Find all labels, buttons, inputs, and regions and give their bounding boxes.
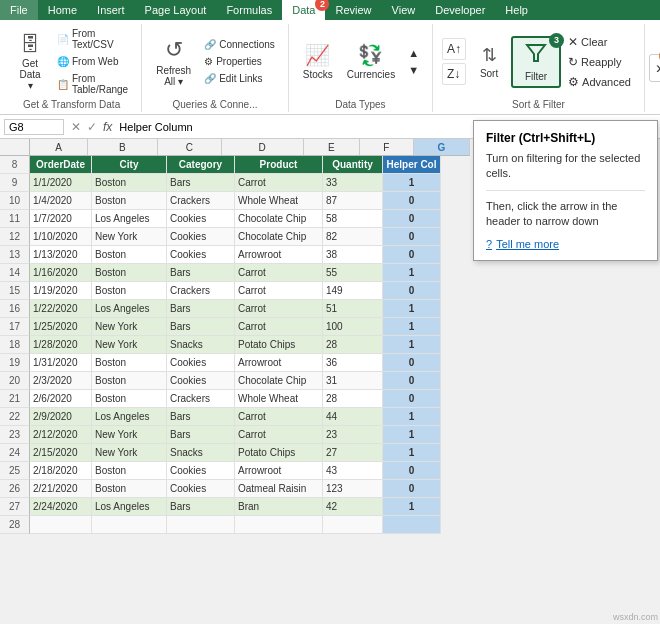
tab-insert[interactable]: Insert xyxy=(87,0,135,20)
data-cell[interactable]: 58 xyxy=(323,210,383,228)
data-cell[interactable] xyxy=(235,516,323,534)
tab-developer[interactable]: Developer xyxy=(425,0,495,20)
data-cell[interactable]: New York xyxy=(92,228,167,246)
data-cell[interactable]: 2/9/2020 xyxy=(30,408,92,426)
tab-review[interactable]: Review xyxy=(325,0,381,20)
data-cell[interactable]: 1/1/2020 xyxy=(30,174,92,192)
data-cell[interactable]: 0 xyxy=(383,246,441,264)
tab-file[interactable]: File xyxy=(0,0,38,20)
data-cell[interactable] xyxy=(167,516,235,534)
scroll-right-button[interactable]: › xyxy=(649,54,660,82)
data-cell[interactable]: Crackers xyxy=(167,282,235,300)
sort-za-button[interactable]: Z↓ xyxy=(442,63,466,85)
sort-az-button[interactable]: A↑ xyxy=(442,38,466,60)
refresh-all-button[interactable]: ↺ RefreshAll ▾ xyxy=(150,33,197,91)
data-cell[interactable]: Crackers xyxy=(167,192,235,210)
data-cell[interactable]: 0 xyxy=(383,354,441,372)
data-cell[interactable]: Boston xyxy=(92,372,167,390)
data-cell[interactable]: 28 xyxy=(323,336,383,354)
data-cell[interactable]: Arrowroot xyxy=(235,354,323,372)
data-cell[interactable]: 2/18/2020 xyxy=(30,462,92,480)
data-cell[interactable]: Cookies xyxy=(167,372,235,390)
data-cell[interactable]: 33 xyxy=(323,174,383,192)
header-cell[interactable]: Product xyxy=(235,156,323,174)
data-cell[interactable]: 38 xyxy=(323,246,383,264)
data-cell[interactable]: Cookies xyxy=(167,246,235,264)
data-cell[interactable]: 1/7/2020 xyxy=(30,210,92,228)
get-data-button[interactable]: 🗄 GetData ▾ xyxy=(10,29,50,95)
data-cell[interactable]: Bars xyxy=(167,408,235,426)
data-cell[interactable]: 1 xyxy=(383,300,441,318)
data-cell[interactable]: 0 xyxy=(383,282,441,300)
data-cell[interactable]: Whole Wheat xyxy=(235,390,323,408)
data-cell[interactable]: 31 xyxy=(323,372,383,390)
data-cell[interactable]: 1/31/2020 xyxy=(30,354,92,372)
data-cell[interactable]: Carrot xyxy=(235,282,323,300)
tab-page-layout[interactable]: Page Layout xyxy=(135,0,217,20)
header-cell[interactable]: City xyxy=(92,156,167,174)
data-cell[interactable]: Bars xyxy=(167,174,235,192)
data-cell[interactable]: Los Angeles xyxy=(92,408,167,426)
data-cell[interactable]: Bran xyxy=(235,498,323,516)
data-cell[interactable]: 1/10/2020 xyxy=(30,228,92,246)
data-cell[interactable]: 149 xyxy=(323,282,383,300)
data-cell[interactable]: Chocolate Chip xyxy=(235,372,323,390)
data-cell[interactable]: 0 xyxy=(383,462,441,480)
data-cell[interactable]: 42 xyxy=(323,498,383,516)
data-cell[interactable]: 1 xyxy=(383,174,441,192)
sort-up-small-button[interactable]: ▲ xyxy=(403,45,424,61)
currencies-button[interactable]: 💱 Currencies xyxy=(341,39,401,84)
data-cell[interactable]: Boston xyxy=(92,246,167,264)
filter-button[interactable]: Filter 3 xyxy=(511,36,561,88)
data-cell[interactable]: 1/19/2020 xyxy=(30,282,92,300)
data-cell[interactable]: 51 xyxy=(323,300,383,318)
data-cell[interactable]: Los Angeles xyxy=(92,300,167,318)
data-cell[interactable]: Carrot xyxy=(235,300,323,318)
data-cell[interactable]: New York xyxy=(92,426,167,444)
data-cell[interactable]: 36 xyxy=(323,354,383,372)
sort-down-small-button[interactable]: ▼ xyxy=(403,62,424,78)
header-cell[interactable]: OrderDate xyxy=(30,156,92,174)
data-cell[interactable]: Oatmeal Raisin xyxy=(235,480,323,498)
data-cell[interactable]: 2/3/2020 xyxy=(30,372,92,390)
data-cell[interactable]: Cookies xyxy=(167,228,235,246)
data-cell[interactable]: Boston xyxy=(92,354,167,372)
data-cell[interactable]: 2/21/2020 xyxy=(30,480,92,498)
data-cell[interactable]: 87 xyxy=(323,192,383,210)
data-cell[interactable]: 1 xyxy=(383,426,441,444)
data-cell[interactable]: 1/22/2020 xyxy=(30,300,92,318)
data-cell[interactable]: 2/12/2020 xyxy=(30,426,92,444)
data-cell[interactable]: 1 xyxy=(383,336,441,354)
data-cell[interactable]: 100 xyxy=(323,318,383,336)
data-cell[interactable]: Arrowroot xyxy=(235,246,323,264)
data-cell[interactable]: 27 xyxy=(323,444,383,462)
data-cell[interactable]: 2/6/2020 xyxy=(30,390,92,408)
data-cell[interactable] xyxy=(92,516,167,534)
data-cell[interactable]: 123 xyxy=(323,480,383,498)
header-cell[interactable]: Helper Col xyxy=(383,156,441,174)
data-cell[interactable]: Carrot xyxy=(235,264,323,282)
data-cell[interactable]: Chocolate Chip xyxy=(235,228,323,246)
data-cell[interactable]: Bars xyxy=(167,264,235,282)
header-cell[interactable]: Quantity xyxy=(323,156,383,174)
cell-reference-input[interactable] xyxy=(4,119,64,135)
from-table-button[interactable]: 📋 From Table/Range xyxy=(52,71,133,97)
data-cell[interactable]: 1 xyxy=(383,408,441,426)
data-cell[interactable]: 1/4/2020 xyxy=(30,192,92,210)
data-cell[interactable]: Whole Wheat xyxy=(235,192,323,210)
stocks-button[interactable]: 📈 Stocks xyxy=(297,39,339,84)
advanced-button[interactable]: ⚙ Advanced xyxy=(563,73,636,91)
data-cell[interactable]: 1/16/2020 xyxy=(30,264,92,282)
sort-button[interactable]: ⇅ Sort xyxy=(469,40,509,83)
data-cell[interactable]: 1 xyxy=(383,444,441,462)
data-cell[interactable]: Potato Chips xyxy=(235,444,323,462)
data-cell[interactable]: 28 xyxy=(323,390,383,408)
data-cell[interactable]: 1 xyxy=(383,318,441,336)
data-cell[interactable] xyxy=(30,516,92,534)
data-cell[interactable]: Cookies xyxy=(167,480,235,498)
connections-button[interactable]: 🔗 Connections xyxy=(199,37,280,52)
data-cell[interactable]: 0 xyxy=(383,228,441,246)
data-cell[interactable]: Boston xyxy=(92,174,167,192)
data-cell[interactable]: 55 xyxy=(323,264,383,282)
data-cell[interactable]: 0 xyxy=(383,372,441,390)
